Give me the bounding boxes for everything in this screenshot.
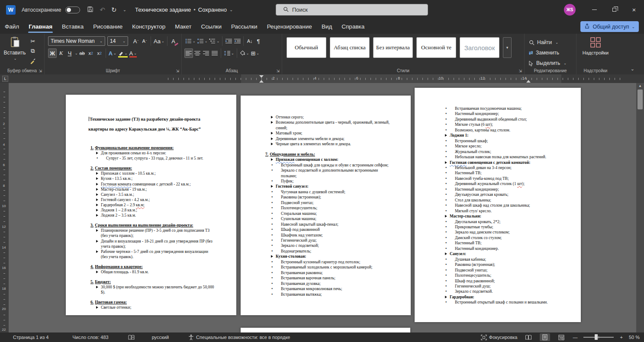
doc-heading[interactable]: 3.Сроки выполнения на выполнение дизайн-… bbox=[66, 223, 216, 228]
doc-bullet-item[interactable]: •Настенный ТВ; bbox=[415, 170, 564, 176]
doc-bullet-item[interactable]: •Встроенный открытый шкаф с полками и ве… bbox=[415, 300, 564, 305]
word-count[interactable]: Число слов: 483 bbox=[72, 335, 108, 340]
doc-arrow-item[interactable]: Гардеробная: bbox=[415, 294, 564, 300]
doc-bullet-item[interactable]: •Гигиенический душ; bbox=[415, 284, 564, 289]
tab-review[interactable]: Рецензирование bbox=[262, 19, 317, 34]
doc-bullet-item[interactable]: •Шкаф под раковинной; bbox=[415, 278, 564, 284]
replace-button[interactable]: ⇄ Заменить bbox=[529, 48, 574, 58]
cut-button[interactable]: ✂ bbox=[29, 37, 37, 45]
doc-bullet-item[interactable]: •Встраиваемая вытяжка; bbox=[241, 292, 391, 297]
borders-button[interactable]: ⊞⌄ bbox=[250, 48, 260, 58]
doc-arrow-item[interactable]: Гостиная совмещенная с детской комнатой: bbox=[415, 160, 564, 165]
doc-bullet-item[interactable]: •Пуфик; bbox=[241, 179, 391, 184]
vertical-scrollbar[interactable]: ▲ bbox=[636, 83, 644, 332]
web-layout-button[interactable] bbox=[556, 333, 567, 341]
doc-bullet-item[interactable]: •Навесной шкаф над столом для школьника; bbox=[415, 203, 564, 208]
doc-arrow-item[interactable]: Светлые оттенки; bbox=[66, 305, 216, 310]
doc-bullet-item[interactable]: •Встраиваемая микроволновая печь; bbox=[241, 286, 391, 291]
horizontal-ruler[interactable]: L 2468101214 bbox=[0, 74, 644, 83]
restore-button[interactable] bbox=[604, 0, 624, 19]
doc-bullet-item[interactable]: •Супруг - 35 лет, супруга - 33 года, 2 д… bbox=[66, 156, 216, 161]
document-page-2[interactable]: Оттенки серого;Возможны дополнительные ц… bbox=[241, 96, 411, 315]
doc-arrow-item[interactable]: Прихожая совмещенная с холлом: bbox=[241, 157, 391, 162]
shading-button[interactable]: ⌄ bbox=[239, 48, 250, 58]
paragraph-dialog-launcher[interactable]: ⇲ bbox=[276, 69, 280, 73]
doc-bullet-item[interactable]: •Сушильная машина; bbox=[241, 216, 391, 221]
italic-button[interactable]: К bbox=[57, 48, 65, 58]
doc-bullet-item[interactable]: •Полотенцесушитель; bbox=[241, 205, 391, 211]
style-body-text[interactable]: Основной те bbox=[416, 37, 456, 58]
read-mode-button[interactable] bbox=[523, 333, 534, 341]
zoom-slider[interactable] bbox=[583, 337, 614, 338]
underline-chevron-icon[interactable]: ⌄ bbox=[75, 51, 78, 55]
doc-arrow-item[interactable]: Планировочное решение (ПР) - 3-5 дней со… bbox=[66, 228, 216, 238]
document-page-1[interactable]: Техническое задание (ТЗ) на разработку д… bbox=[66, 95, 236, 315]
doc-arrow-item[interactable]: Матовый хром; bbox=[241, 131, 391, 136]
doc-bullet-item[interactable]: •Гигиенический душ; bbox=[241, 238, 391, 243]
doc-bullet-item[interactable]: •Встроенный кухонный гарнитур под потоло… bbox=[241, 259, 391, 265]
document-canvas[interactable]: 246810121416182022 Техническое задание (… bbox=[0, 83, 644, 332]
tab-insert[interactable]: Вставка bbox=[57, 19, 88, 34]
left-indent-marker[interactable] bbox=[259, 80, 264, 83]
doc-bullet-item[interactable]: •Деревянный выдвижной обеденный стол; bbox=[415, 117, 564, 122]
doc-bullet-item[interactable]: •Полотенцесушитель; bbox=[415, 273, 564, 278]
zoom-out-button[interactable]: — bbox=[573, 335, 577, 340]
doc-bullet-item[interactable]: •Небольшой диван на 3-4 персон; bbox=[415, 165, 564, 170]
accessibility-status[interactable]: Специальные возможности: все в порядке bbox=[188, 334, 290, 340]
doc-bullet-item[interactable]: •Встраиваемый холодильник с морозильной … bbox=[241, 265, 391, 270]
doc-bullet-item[interactable]: •Зеркало над дамским столиком; bbox=[415, 230, 564, 235]
page-indicator[interactable]: Страница 1 из 4 bbox=[13, 335, 48, 340]
collapse-ribbon-icon[interactable]: ⌄ bbox=[631, 66, 634, 72]
doc-arrow-item[interactable]: 30,000 $ (при необходимости можно увелич… bbox=[66, 284, 216, 295]
save-icon[interactable] bbox=[87, 6, 93, 14]
change-case-button[interactable]: Aa⌄ bbox=[153, 36, 165, 46]
doc-arrow-item[interactable]: Прихожая с холлом - 10.5 кв.м.; bbox=[66, 171, 216, 176]
doc-arrow-item[interactable]: Кухня - 13.5 кв.м.; bbox=[66, 176, 216, 181]
undo-icon[interactable]: ↶ bbox=[100, 6, 105, 14]
superscript-button[interactable]: x2 bbox=[95, 48, 104, 58]
doc-bullet-item[interactable]: •Настенный кондиционер; bbox=[415, 111, 564, 116]
clipboard-dialog-launcher[interactable]: ⇲ bbox=[39, 69, 42, 73]
font-name-select[interactable]: Times New Roman ⌄ bbox=[48, 36, 105, 46]
doc-bullet-item[interactable]: •Душевая кабинка; bbox=[415, 257, 564, 262]
redo-icon[interactable]: ↻ bbox=[111, 6, 117, 14]
scrollbar-thumb[interactable] bbox=[638, 89, 643, 109]
doc-bullet-item[interactable]: •Встраиваемая посудомоечная машина; bbox=[415, 106, 564, 111]
doc-arrow-item[interactable]: Деревянные элементы мебели и декора; bbox=[241, 136, 391, 141]
doc-bullet-item[interactable]: •Подвесной унитаз; bbox=[415, 268, 564, 273]
doc-heading[interactable]: 2.Состав помещения: bbox=[66, 166, 216, 171]
doc-bullet-item[interactable]: •Возможно, картины над столом. bbox=[415, 128, 564, 133]
account-avatar[interactable]: ЖS bbox=[564, 4, 576, 16]
scrollbar-up-icon[interactable]: ▲ bbox=[636, 84, 644, 88]
doc-bullet-item[interactable]: •Встраиваемая духовка; bbox=[241, 281, 391, 286]
doc-arrow-item[interactable]: Санузел - 3.5 кв.м.; bbox=[66, 192, 216, 197]
doc-bullet-item[interactable]: •Встраиваемая варочная панель; bbox=[241, 275, 391, 281]
print-layout-button[interactable] bbox=[540, 333, 550, 341]
doc-bullet-item[interactable]: •Раковина (встроенная); bbox=[241, 195, 391, 200]
doc-bullet-item[interactable]: •Двухъярусная детская кровать; bbox=[415, 192, 564, 197]
doc-arrow-item[interactable]: Лоджия 2 – 3.5 кв.м. bbox=[66, 213, 216, 218]
doc-bullet-item[interactable]: •Встраиваемая раковина; bbox=[241, 270, 391, 275]
doc-bullet-item[interactable]: •Встроенный шкаф; bbox=[415, 138, 564, 144]
word-app-icon[interactable]: W bbox=[6, 5, 16, 15]
doc-bullet-item[interactable]: •Прикроватные тумбы; bbox=[415, 224, 564, 230]
tab-layout[interactable]: Макет bbox=[170, 19, 196, 34]
underline-button[interactable]: Ч bbox=[65, 48, 74, 58]
doc-arrow-item[interactable]: Оттенки серого; bbox=[241, 115, 391, 120]
doc-bullet-item[interactable]: •Мягкий стул/ кресло. bbox=[415, 208, 564, 214]
doc-bullet-item[interactable]: •Деревянный журнальный столик (1 шт); bbox=[415, 181, 564, 186]
doc-arrow-item[interactable]: Лоджия 1 – 2.8 кв.м.; bbox=[66, 208, 216, 213]
zoom-level[interactable]: 50 % bbox=[629, 335, 640, 340]
doc-heading[interactable]: 6.Цветовая гамма: bbox=[66, 300, 216, 305]
doc-bullet-item[interactable]: •Зеркало с подсветкой и дополнительными … bbox=[241, 168, 391, 179]
doc-arrow-item[interactable]: Дизайн и визуализация - 18-21 дней со дн… bbox=[66, 239, 216, 249]
tab-mailings[interactable]: Рассылки bbox=[226, 19, 262, 34]
first-line-indent-marker[interactable] bbox=[259, 75, 264, 78]
style-normal[interactable]: Обычный bbox=[287, 37, 326, 58]
doc-heading[interactable]: 7.Оборудование и мебель: bbox=[241, 152, 391, 157]
tab-stop-selector[interactable]: L bbox=[2, 76, 8, 82]
doc-bullet-item[interactable]: •Раковина (встроенная); bbox=[415, 262, 564, 267]
doc-bullet-item[interactable]: •Шкаф под раковинной bbox=[241, 227, 391, 232]
style-heading[interactable]: Заголовок bbox=[460, 37, 499, 58]
share-button[interactable]: Общий доступ ⌄ bbox=[580, 21, 639, 32]
